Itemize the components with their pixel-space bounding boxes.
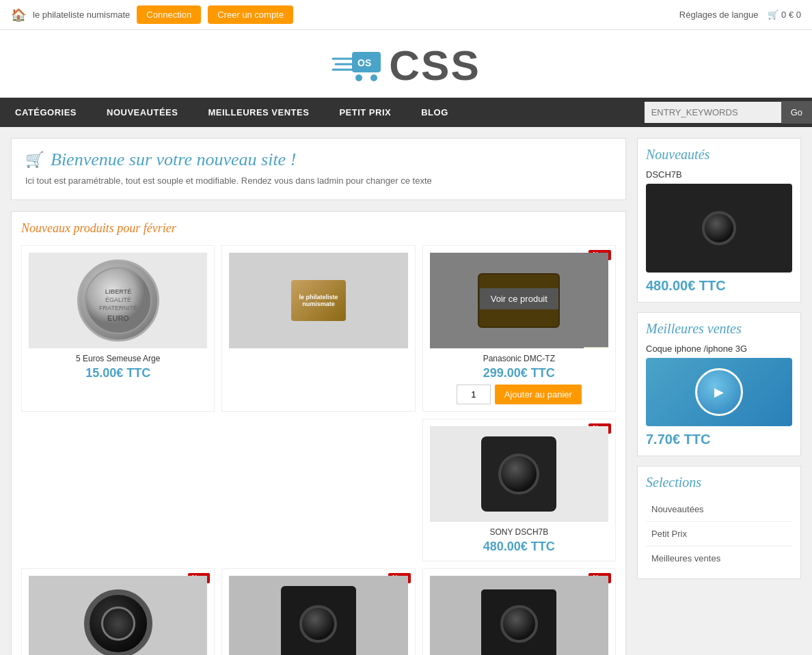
- product-card-nikon[interactable]: New Nikon D40x + 18/55 740.00€ TTC: [221, 568, 415, 655]
- topbar: 🏠 le philateliste numismate Connection C…: [0, 0, 812, 30]
- home-icon: 🏠: [11, 8, 26, 23]
- product-card-panasonic[interactable]: New le philatelistenumismate Voir ce pro…: [422, 245, 616, 412]
- svg-point-5: [355, 74, 362, 81]
- nikon-camera-visual: [281, 586, 356, 655]
- products-row2: New SIGMA 30mm f/1.4 EX DC HSM 740.00€ T…: [21, 568, 616, 655]
- sidebar-camera-visual: [688, 197, 750, 259]
- nav-nouveautes[interactable]: NOUVEAUTÉES: [92, 98, 193, 127]
- product-image-sony: [430, 426, 608, 522]
- nav-categories[interactable]: CATÉGORIES: [0, 98, 92, 127]
- products-row1b: New SONY DSCH7B 480.00€ TTC: [21, 419, 616, 561]
- product-name-panasonic: Panasonic DMC-TZ: [430, 354, 608, 363]
- sidebar-product1-price: 480.00€ TTC: [646, 278, 792, 294]
- welcome-title-row: 🛒 Bienvenue sur votre nouveau site !: [25, 150, 612, 170]
- product-image-sigma: [29, 576, 207, 655]
- creer-compte-button[interactable]: Creer un compte: [208, 5, 293, 24]
- product-name-coin: 5 Euros Semeuse Arge: [29, 354, 207, 363]
- site-name: le philateliste numismate: [33, 10, 130, 20]
- product-price-panasonic: 299.00€ TTC: [430, 366, 608, 380]
- product-image-coin: LIBERTÉ ÉGALITÉ FRATERNITÉ EURO: [29, 253, 207, 348]
- voir-produit-button[interactable]: Voir ce produit: [480, 288, 558, 309]
- svg-text:ÉGALITÉ: ÉGALITÉ: [105, 296, 131, 303]
- sidebar-selections-title: Selections: [646, 475, 792, 490]
- olympus-camera-visual: [481, 589, 556, 655]
- products-section: Nouveaux produits pour février: [11, 211, 626, 655]
- lens-inner: [101, 607, 135, 641]
- svg-text:LIBERTÉ: LIBERTÉ: [105, 288, 131, 295]
- add-to-cart-button[interactable]: Ajouter au panier: [495, 385, 582, 404]
- sidebar-camera-lens: [702, 211, 736, 245]
- topbar-left: 🏠 le philateliste numismate Connection C…: [11, 5, 293, 24]
- product-price-sony: 480.00€ TTC: [430, 540, 608, 554]
- site-logo[interactable]: OS CSS: [331, 41, 480, 89]
- topbar-right: Réglages de langue 🛒 0 € 0: [679, 10, 801, 20]
- nav-links: CATÉGORIES NOUVEAUTÉES MEILLEURES VENTES…: [0, 98, 645, 127]
- sidebar-meilleures-title: Meilleures ventes: [646, 321, 792, 337]
- sidebar-product2-image[interactable]: ▶: [646, 358, 792, 426]
- search-button[interactable]: Go: [781, 101, 812, 124]
- sidebar-product2-price: 7.70€ TTC: [646, 432, 792, 447]
- sidebar-meilleures: Meilleures ventes Coque iphone /iphone 3…: [637, 312, 801, 456]
- language-selector[interactable]: Réglages de langue: [679, 10, 759, 20]
- nav-petit-prix[interactable]: PETIT PRIX: [324, 98, 406, 127]
- svg-text:OS: OS: [357, 57, 371, 68]
- sidebar-selections: Selections Nouveautées Petit Prix Meille…: [637, 466, 801, 579]
- product-card-olympus[interactable]: New Olympus E-520 + 14-42 + 70-300mm 850…: [422, 568, 616, 655]
- logo-css-text: CSS: [389, 41, 480, 89]
- product-price-coin: 15.00€ TTC: [29, 366, 207, 380]
- product-image-logo: le philatelistenumismate: [229, 253, 407, 348]
- logo-area: OS CSS: [0, 30, 812, 98]
- search-input[interactable]: [645, 102, 781, 123]
- selection-item-meilleures-ventes[interactable]: Meilleures ventes: [646, 546, 792, 570]
- sidebar-product2-name: Coque iphone /iphone 3G: [646, 344, 792, 354]
- tooltip-popup: Sele->GetTitle(): [584, 347, 608, 348]
- products-title: Nouveaux produits pour février: [21, 221, 616, 236]
- olympus-lens: [500, 605, 538, 643]
- quantity-input[interactable]: [457, 385, 491, 404]
- qty-add-row: Ajouter au panier: [430, 385, 608, 404]
- logo-stamp-visual: le philatelistenumismate: [291, 280, 346, 321]
- svg-text:FRATERNITÉ: FRATERNITÉ: [99, 305, 137, 311]
- sidebar-nouveautes-title: Nouveautés: [646, 147, 792, 163]
- product-card-coin[interactable]: LIBERTÉ ÉGALITÉ FRATERNITÉ EURO 5 Euros …: [21, 245, 215, 412]
- logo-cart-icon: OS: [331, 45, 386, 86]
- nikon-lens: [299, 605, 337, 643]
- product-image-panasonic: le philatelistenumismate Voir ce produit…: [430, 253, 608, 348]
- welcome-heading: Bienvenue sur votre nouveau site !: [51, 150, 296, 170]
- selection-item-petit-prix[interactable]: Petit Prix: [646, 522, 792, 546]
- coin-visual: LIBERTÉ ÉGALITÉ FRATERNITÉ EURO: [77, 260, 159, 342]
- product-hover-overlay[interactable]: Voir ce produit: [430, 253, 608, 348]
- sidebar-product1-image[interactable]: [646, 184, 792, 273]
- nav-blog[interactable]: BLOG: [406, 98, 463, 127]
- connection-button[interactable]: Connection: [137, 5, 201, 24]
- welcome-banner: 🛒 Bienvenue sur votre nouveau site ! Ici…: [11, 138, 626, 200]
- selection-item-nouveautes[interactable]: Nouveautées: [646, 497, 792, 522]
- sidebar-nouveautes: Nouveautés DSCH7B 480.00€ TTC: [637, 138, 801, 303]
- sigma-lens-visual: [84, 589, 152, 655]
- svg-point-6: [370, 74, 377, 81]
- product-image-olympus: [430, 576, 608, 655]
- sidebar: Nouveautés DSCH7B 480.00€ TTC Meilleures…: [637, 138, 801, 655]
- svg-text:EURO: EURO: [107, 314, 129, 322]
- product-card-sigma[interactable]: New SIGMA 30mm f/1.4 EX DC HSM 740.00€ T…: [21, 568, 215, 655]
- camera-lens-sony: [498, 454, 539, 494]
- product-card-sony[interactable]: New SONY DSCH7B 480.00€ TTC: [422, 419, 616, 561]
- cart-button[interactable]: 🛒 0 € 0: [768, 10, 801, 20]
- welcome-subtext: Ici tout est paramétrable, tout est soup…: [25, 176, 612, 186]
- main-layout: 🛒 Bienvenue sur votre nouveau site ! Ici…: [0, 127, 812, 655]
- product-name-sony: SONY DSCH7B: [430, 527, 608, 537]
- products-row1: LIBERTÉ ÉGALITÉ FRATERNITÉ EURO 5 Euros …: [21, 245, 616, 412]
- content-area: 🛒 Bienvenue sur votre nouveau site ! Ici…: [11, 138, 626, 655]
- product-card-logo[interactable]: le philatelistenumismate: [221, 245, 415, 412]
- navbar: CATÉGORIES NOUVEAUTÉES MEILLEURES VENTES…: [0, 98, 812, 127]
- ipod-visual: ▶: [695, 368, 743, 416]
- nav-meilleures-ventes[interactable]: MEILLEURES VENTES: [193, 98, 324, 127]
- search-area: Go: [645, 101, 812, 124]
- sidebar-product1-name: DSCH7B: [646, 169, 792, 180]
- welcome-cart-icon: 🛒: [25, 151, 44, 169]
- sony-camera-visual: [481, 436, 556, 512]
- product-image-nikon: [229, 576, 407, 655]
